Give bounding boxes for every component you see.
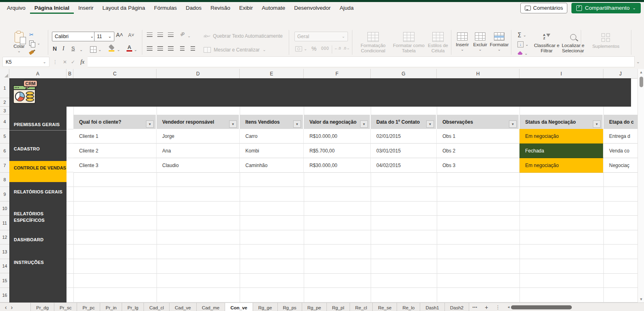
sheet-tab[interactable]: Cad_ve xyxy=(170,303,197,311)
cell-itens[interactable]: Kombi xyxy=(240,144,304,158)
cell-status[interactable]: Em negociação xyxy=(519,158,603,173)
formula-input[interactable] xyxy=(88,56,635,67)
cell-status[interactable]: Fechada xyxy=(519,144,603,158)
merge-center-button[interactable]: Mesclar e Centralizar ⌄ xyxy=(204,47,266,53)
header-data-contato[interactable]: Data do 1º Contato▼ xyxy=(371,115,437,129)
confirm-entry-button[interactable]: ✓ xyxy=(71,59,75,65)
cell-cliente[interactable]: Cliente 2 xyxy=(73,144,157,158)
menu-tab[interactable]: Arquivo xyxy=(2,2,30,14)
filter-button[interactable]: ▼ xyxy=(293,120,301,128)
sidebar-item-controle-vendas[interactable]: CONTROLE DE VENDAS xyxy=(9,161,67,182)
sheet-tab[interactable]: Con_ve xyxy=(225,303,253,311)
cell-styles-button[interactable]: Estilos de Célula ⌄ xyxy=(425,31,451,58)
orientation-button[interactable]: ab xyxy=(179,31,185,37)
column-header[interactable]: J xyxy=(603,69,638,78)
sheet-tab[interactable]: Pr_lg xyxy=(122,303,144,311)
name-box[interactable]: K5 ⌄ xyxy=(2,57,49,67)
copy-button[interactable]: ⌄ xyxy=(29,41,40,46)
align-bottom-button[interactable] xyxy=(168,32,174,37)
menu-tab[interactable]: Página Inicial xyxy=(30,2,74,14)
column-header[interactable]: D xyxy=(157,69,240,78)
row-header[interactable]: 2 xyxy=(0,98,9,107)
row-header[interactable]: 13 xyxy=(0,245,9,259)
row-header[interactable]: 15 xyxy=(0,273,9,288)
sheet-tab[interactable]: Pr_sc xyxy=(54,303,77,311)
row-header[interactable]: 1 xyxy=(0,78,9,98)
cell-valor[interactable]: R$5.700,00 xyxy=(304,144,371,158)
sidebar-item-cadastro[interactable]: CADASTRO xyxy=(14,146,63,152)
filter-button[interactable]: ▼ xyxy=(593,120,601,128)
sheet-tab[interactable]: Cad_me xyxy=(197,303,225,311)
sheet-tab[interactable]: Re_se xyxy=(373,303,397,311)
hscroll-left-icon[interactable]: ◂ xyxy=(506,303,511,309)
cell-itens[interactable]: Carro xyxy=(240,129,304,144)
sidebar-item-relatorios-gerais[interactable]: RELATÓRIOS GERAIS xyxy=(14,189,63,195)
borders-button[interactable] xyxy=(90,46,97,53)
align-middle-button[interactable] xyxy=(157,32,163,37)
header-status[interactable]: Status da Negociação▼ xyxy=(519,115,603,129)
cell-valor[interactable]: R$10.000,00 xyxy=(304,129,371,144)
insert-function-button[interactable]: fx xyxy=(80,59,84,65)
worksheet-area[interactable]: Qual foi o cliente?▼ Vendedor responsáve… xyxy=(67,107,638,302)
row-header[interactable]: 16 xyxy=(0,288,9,302)
decrease-decimal-button[interactable]: .0→ xyxy=(343,46,350,50)
row-header[interactable]: 11 xyxy=(0,216,9,230)
underline-button[interactable]: S xyxy=(71,45,75,51)
align-right-button[interactable] xyxy=(168,46,174,51)
menu-tab[interactable]: Layout da Página xyxy=(98,2,150,14)
filter-button[interactable]: ▼ xyxy=(229,120,237,128)
column-header[interactable]: B xyxy=(67,69,73,78)
cell-itens[interactable]: Caminhão xyxy=(240,158,304,173)
row-header[interactable]: 9 xyxy=(0,187,9,202)
row-header[interactable]: 12 xyxy=(0,230,9,245)
sheet-tab[interactable]: Re_lo xyxy=(397,303,420,311)
cell-obs[interactable]: Obs 1 xyxy=(437,129,519,144)
cell-vendedor[interactable]: Ana xyxy=(157,144,240,158)
sidebar-item-instrucoes[interactable]: INSTRUÇÕES xyxy=(14,259,63,266)
row-header[interactable]: 10 xyxy=(0,202,9,216)
header-observacoes[interactable]: Observações▼ xyxy=(437,115,519,129)
filter-button[interactable]: ▼ xyxy=(360,120,368,128)
align-top-button[interactable] xyxy=(147,32,152,37)
cell-valor[interactable]: R$30.000,00 xyxy=(304,158,371,173)
delete-cells-button[interactable]: Excluir ⌄ xyxy=(471,31,489,51)
expand-formula-bar-chevron[interactable]: ⌄ xyxy=(636,59,640,64)
header-etapa[interactable]: Etapa do c xyxy=(603,115,638,129)
scroll-up-icon[interactable]: ▲ xyxy=(640,69,643,75)
insert-cells-button[interactable]: Inserir ⌄ xyxy=(453,31,471,51)
autosum-button[interactable]: Σ⌄ xyxy=(517,32,526,39)
comma-style-button[interactable]: 000 xyxy=(321,46,329,51)
row-header[interactable]: 6 xyxy=(0,144,9,158)
vertical-scrollbar[interactable]: ▲ ▼ xyxy=(638,69,644,302)
sheet-tab[interactable]: Rg_ps xyxy=(278,303,302,311)
fill-color-button[interactable] xyxy=(109,45,114,51)
increase-font-button[interactable]: A˄ xyxy=(116,32,123,38)
sheet-tab[interactable]: Rg_pe xyxy=(302,303,327,311)
decrease-font-button[interactable]: A˅ xyxy=(128,32,134,38)
scroll-down-icon[interactable]: ▼ xyxy=(640,296,643,302)
sheet-tab[interactable]: Dash1 xyxy=(420,303,444,311)
orientation-chevron[interactable]: ⌄ xyxy=(187,34,191,38)
column-header[interactable]: E xyxy=(240,69,304,78)
sort-filter-button[interactable]: AZ Classificar e Filtrar ⌄ xyxy=(532,31,561,58)
sheet-tab[interactable]: Cad_cl xyxy=(144,303,170,311)
menu-tab[interactable]: Desenvolvedor xyxy=(290,2,335,14)
menu-tab[interactable]: Inserir xyxy=(74,2,98,14)
decrease-indent-button[interactable] xyxy=(180,46,185,51)
italic-button[interactable]: I xyxy=(62,45,64,52)
select-all-corner[interactable] xyxy=(0,69,9,78)
header-vendedor[interactable]: Vendedor responsável▼ xyxy=(157,115,240,129)
accounting-format-button[interactable]: ⌄ xyxy=(295,46,307,51)
cell-cliente[interactable]: Cliente 1 xyxy=(73,129,157,144)
filter-button[interactable]: ▼ xyxy=(509,120,517,128)
cell-data[interactable]: 04/02/2015 xyxy=(371,158,437,173)
format-cells-button[interactable]: Formatar ⌄ xyxy=(489,31,509,51)
cell-status[interactable]: Em negociação xyxy=(519,129,603,144)
sheet-tab[interactable]: Pr_pc xyxy=(77,303,100,311)
menu-tab[interactable]: Dados xyxy=(181,2,206,14)
share-button[interactable]: Compartilhamento ⌄ xyxy=(571,3,641,13)
paste-button[interactable]: Colar ⌄ xyxy=(10,31,28,53)
column-header[interactable]: I xyxy=(519,69,603,78)
borders-chevron[interactable]: ⌄ xyxy=(98,48,101,52)
font-color-chevron[interactable]: ⌄ xyxy=(134,48,137,52)
